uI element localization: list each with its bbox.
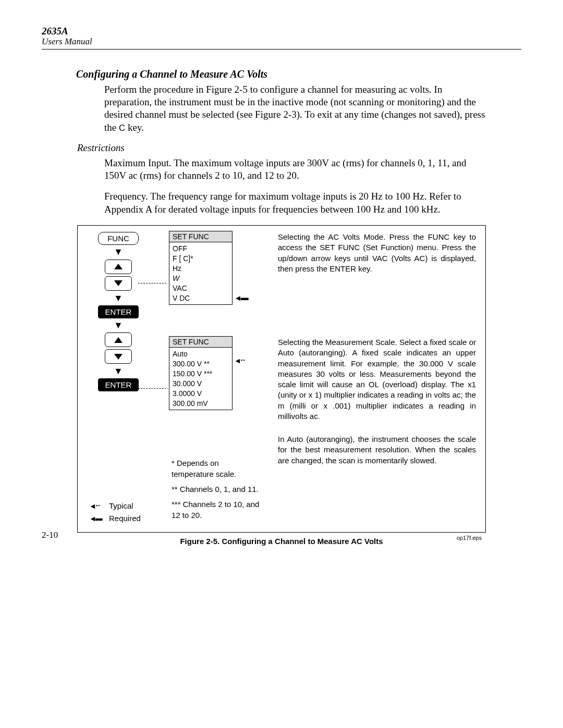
intro-text-b: key. xyxy=(125,122,144,133)
legend-label: Typical xyxy=(109,500,133,512)
restrictions-heading: Restrictions xyxy=(77,142,521,154)
page-header: 2635A Users Manual xyxy=(42,26,521,50)
func-key: FUNC xyxy=(98,232,139,245)
intro-paragraph: Perform the procedure in Figure 2-5 to c… xyxy=(104,83,490,134)
desc-title: Selecting the AC Volts Mode xyxy=(278,232,383,241)
legend-typical: Typical xyxy=(89,500,141,512)
figure-legend: Typical Required xyxy=(89,500,141,525)
triangle-down-icon xyxy=(114,354,123,360)
set-func-menu-1: SET FUNC OFF F [ C]* Hz W VAC V DC xyxy=(169,231,232,305)
menu-item: 150.00 V *** xyxy=(173,369,229,379)
restriction-frequency: Frequency. The frequency range for maxim… xyxy=(104,190,490,216)
typical-symbol-icon xyxy=(89,500,104,512)
arrow-key-pair-2 xyxy=(105,332,132,364)
page-number: 2-10 xyxy=(42,530,58,540)
menu-item: OFF xyxy=(173,244,229,254)
required-symbol-icon xyxy=(89,512,104,525)
desc-measurement-scale: Selecting the Measurement Scale. Select … xyxy=(278,337,476,422)
enter-key: ENTER xyxy=(98,378,139,391)
menu-item: 30.000 V xyxy=(173,379,229,389)
arrow-down-icon: ▼ xyxy=(114,368,123,374)
menu-item-vac: VAC xyxy=(173,283,229,293)
menu-item-auto: Auto xyxy=(173,349,229,359)
triangle-down-icon xyxy=(114,280,123,286)
cancel-key-glyph: C xyxy=(119,123,125,133)
menu-items: Auto 300.00 V ** 150.00 V *** 30.000 V 3… xyxy=(169,348,232,410)
legend-label: Required xyxy=(109,512,141,525)
menu-item: 3.0000 V xyxy=(173,389,229,399)
desc-autoranging: In Auto (autoranging), the instrument ch… xyxy=(278,434,476,466)
figure-caption: Figure 2-5. Configuring a Channel to Mea… xyxy=(42,537,521,546)
legend-required: Required xyxy=(89,512,141,525)
menu-item: F [ C]* xyxy=(173,254,229,264)
manual-page: 2635A Users Manual Configuring a Channel… xyxy=(0,0,563,566)
menu-title: SET FUNC xyxy=(169,337,232,348)
desc-title: Selecting the Measurement Scale xyxy=(278,338,395,347)
section-heading: Configuring a Channel to Measure AC Volt… xyxy=(76,68,521,80)
menu-item: Hz xyxy=(173,264,229,274)
menu-item: V DC xyxy=(173,293,229,303)
figure-footnotes: * Depends on temperature scale. ** Chann… xyxy=(172,458,260,525)
menu-box: SET FUNC OFF F [ C]* Hz W VAC V DC xyxy=(169,231,232,305)
model-number: 2635A xyxy=(42,26,521,37)
down-arrow-key xyxy=(105,349,132,364)
set-func-menu-2: SET FUNC Auto 300.00 V ** 150.00 V *** 3… xyxy=(169,336,232,410)
menu-box: SET FUNC Auto 300.00 V ** 150.00 V *** 3… xyxy=(169,336,232,410)
pointer-required-icon xyxy=(234,293,250,302)
restriction-max-input: Maximum Input. The maximum voltage input… xyxy=(104,157,490,182)
desc-ac-volts-mode: Selecting the AC Volts Mode. Press the F… xyxy=(278,232,476,274)
intro-text-a: Perform the procedure in Figure 2-5 to c… xyxy=(104,84,485,133)
pointer-typical-icon xyxy=(234,356,246,365)
down-arrow-key xyxy=(105,276,132,291)
enter-key: ENTER xyxy=(98,305,139,318)
menu-title: SET FUNC xyxy=(169,231,232,242)
manual-subtitle: Users Manual xyxy=(42,37,521,47)
footnote-3: *** Channels 2 to 10, and 12 to 20. xyxy=(172,499,260,521)
connector-dashed-2 xyxy=(138,388,166,389)
figure-2-5: FUNC ▼ ▼ ENTER ▼ ▼ ENTER SET FUNC xyxy=(77,225,486,533)
triangle-up-icon xyxy=(114,337,123,343)
arrow-key-pair-1 xyxy=(105,259,132,291)
arrow-down-icon: ▼ xyxy=(114,249,123,255)
up-arrow-key xyxy=(105,260,132,274)
flow-column: FUNC ▼ ▼ ENTER ▼ ▼ ENTER xyxy=(92,232,144,391)
menu-item: 300.00 mV xyxy=(173,399,229,409)
menu-items: OFF F [ C]* Hz W VAC V DC xyxy=(169,242,232,304)
footnote-1: * Depends on temperature scale. xyxy=(172,458,260,479)
footnote-2: ** Channels 0, 1, and 11. xyxy=(172,484,260,495)
triangle-up-icon xyxy=(114,264,123,269)
up-arrow-key xyxy=(105,332,132,347)
connector-dashed-1 xyxy=(138,283,166,283)
menu-item: W xyxy=(173,274,229,283)
figure-filename: op17f.eps xyxy=(457,535,482,541)
arrow-down-icon: ▼ xyxy=(114,295,123,301)
arrow-down-icon: ▼ xyxy=(114,323,123,328)
menu-item: 300.00 V ** xyxy=(173,359,229,369)
desc-body: . Select a fixed scale or Auto (autorang… xyxy=(278,338,476,421)
